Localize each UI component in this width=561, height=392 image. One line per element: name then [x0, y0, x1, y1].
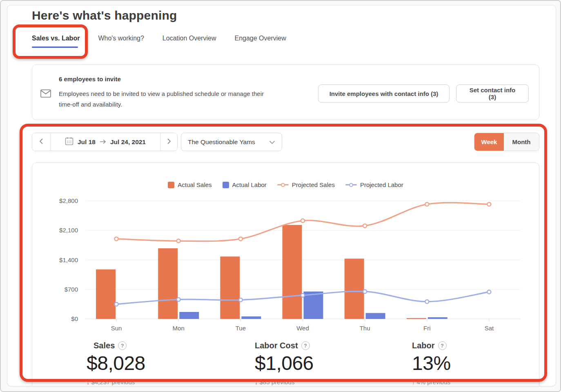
tab-label: Sales vs. Labor — [32, 35, 80, 42]
y-axis-label: $2,100 — [59, 227, 78, 234]
stat-labor-cost-label: Labor Cost — [255, 341, 298, 350]
tab-label: Who's working? — [98, 35, 144, 42]
projected-sales-point-thu — [363, 224, 367, 227]
tab-bar: Sales vs. Labor Who's working? Location … — [32, 35, 286, 48]
team-selector-dropdown[interactable]: The Questionable Yams — [181, 133, 282, 151]
stat-labor-percent-previous: ↑4% previous — [412, 379, 451, 385]
x-axis-label: Thu — [360, 325, 370, 332]
legend-item-projected-labor[interactable]: Projected Labor — [345, 181, 403, 188]
next-week-button[interactable] — [160, 133, 177, 151]
help-icon[interactable]: ? — [438, 341, 447, 350]
projected-sales-point-wed — [301, 219, 305, 223]
chart-legend: Actual SalesActual LaborProjected SalesP… — [32, 181, 539, 188]
actual-labor-bar-thu — [366, 313, 385, 319]
week-month-toggle: Week Month — [474, 133, 539, 151]
stat-labor-cost-previous: ↓$85 previous — [255, 379, 314, 385]
arrow-right-icon — [100, 138, 106, 146]
x-axis-label: Sat — [485, 325, 494, 332]
invite-banner: 6 employees to invite Employees need to … — [32, 65, 539, 120]
legend-item-actual-labor[interactable]: Actual Labor — [223, 181, 267, 188]
actual-sales-bar-sun — [96, 270, 116, 319]
projected-labor-point-mon — [177, 298, 180, 301]
envelope-icon — [40, 89, 51, 99]
projected-labor-point-fri — [425, 300, 429, 303]
team-selector-value: The Questionable Yams — [188, 138, 255, 146]
help-icon[interactable]: ? — [301, 341, 310, 350]
projected-labor-point-tue — [239, 298, 243, 302]
trend-down-icon: ↓ — [87, 379, 90, 385]
actual-labor-bar-tue — [241, 316, 261, 319]
dashboard-window: Here's what's happening Sales vs. Labor … — [7, 5, 556, 386]
invite-banner-title: 6 employees to invite — [59, 76, 121, 82]
x-axis-label: Sun — [111, 325, 122, 332]
legend-item-actual-sales[interactable]: Actual Sales — [168, 181, 211, 188]
legend-label: Actual Sales — [178, 181, 211, 188]
actual-sales-bar-tue — [220, 256, 240, 319]
screenshot-frame: Here's what's happening Sales vs. Labor … — [0, 0, 561, 392]
toggle-week[interactable]: Week — [474, 133, 504, 151]
invite-banner-body: Employees need to be invited to view a p… — [59, 89, 273, 110]
actual-labor-bar-mon — [179, 312, 199, 319]
actual-sales-bar-mon — [158, 248, 178, 319]
stat-labor-percent-value: 13% — [412, 352, 451, 374]
projected-labor-point-sat — [487, 290, 491, 294]
stat-sales-label: Sales — [94, 341, 115, 350]
stat-labor-percent-label: Labor — [412, 341, 435, 350]
legend-swatch — [277, 182, 289, 188]
tab-sales-vs-labor[interactable]: Sales vs. Labor — [32, 35, 80, 48]
legend-label: Actual Labor — [232, 181, 267, 188]
actual-labor-bar-fri — [428, 317, 447, 319]
chevron-right-icon — [167, 138, 171, 146]
date-range-end: Jul 24, 2021 — [110, 138, 146, 146]
projected-labor-point-wed — [301, 294, 305, 297]
projected-labor-point-thu — [363, 290, 367, 293]
set-contact-info-button[interactable]: Set contact info (3) — [456, 85, 529, 102]
projected-sales-point-fri — [425, 203, 429, 206]
tab-label: Location Overview — [163, 35, 216, 42]
tab-location-overview[interactable]: Location Overview — [163, 35, 216, 48]
legend-swatch — [223, 182, 229, 188]
actual-sales-bar-thu — [345, 258, 364, 319]
x-axis-label: Mon — [173, 325, 185, 332]
y-axis-label: $0 — [71, 315, 78, 322]
x-axis-label: Wed — [296, 325, 309, 332]
page-title: Here's what's happening — [32, 9, 177, 22]
stat-sales-value: $8,028 — [87, 352, 145, 374]
sales-labor-chart-card: Actual SalesActual LaborProjected SalesP… — [32, 163, 539, 386]
projected-sales-point-tue — [239, 237, 243, 241]
toggle-month[interactable]: Month — [504, 133, 539, 151]
date-range-display[interactable]: Jul 18 Jul 24, 2021 — [51, 133, 160, 151]
x-axis-label: Fri — [423, 325, 431, 332]
stat-sales-previous: ↓$4,237 previous — [87, 379, 145, 385]
chevron-down-icon — [269, 138, 275, 146]
chevron-left-icon — [39, 138, 43, 146]
calendar-icon — [65, 137, 73, 147]
sales-labor-chart: $0$700$1,400$2,100$2,800SunMonTueWedThuF… — [32, 192, 540, 334]
actual-sales-bar-fri — [407, 318, 426, 319]
invite-employees-button[interactable]: Invite employees with contact info (3) — [318, 85, 450, 102]
legend-label: Projected Labor — [360, 181, 403, 188]
y-axis-label: $1,400 — [59, 256, 78, 263]
help-icon[interactable]: ? — [118, 341, 127, 350]
y-axis-label: $2,800 — [59, 197, 78, 204]
tab-whos-working[interactable]: Who's working? — [98, 35, 144, 48]
actual-sales-bar-wed — [283, 225, 302, 319]
x-axis-label: Tue — [236, 325, 246, 332]
date-range-navigator: Jul 18 Jul 24, 2021 — [32, 133, 178, 151]
stat-sales: Sales ? $8,028 ↓$4,237 previous — [87, 341, 145, 385]
projected-labor-point-sun — [115, 302, 118, 306]
active-tab-underline — [32, 47, 78, 48]
stat-labor-percent: Labor ? 13% ↑4% previous — [412, 341, 451, 385]
y-axis-label: $700 — [65, 286, 78, 293]
previous-week-button[interactable] — [32, 133, 51, 151]
trend-up-icon: ↑ — [412, 379, 415, 385]
stat-labor-cost: Labor Cost ? $1,066 ↓$85 previous — [255, 341, 314, 385]
tab-engage-overview[interactable]: Engage Overview — [234, 35, 286, 48]
projected-sales-point-sun — [115, 237, 118, 241]
legend-item-projected-sales[interactable]: Projected Sales — [277, 181, 335, 188]
projected-sales-point-mon — [177, 239, 180, 243]
legend-label: Projected Sales — [292, 181, 335, 188]
projected-sales-point-sat — [487, 203, 491, 206]
stat-labor-cost-value: $1,066 — [255, 352, 314, 374]
legend-swatch — [168, 182, 174, 188]
